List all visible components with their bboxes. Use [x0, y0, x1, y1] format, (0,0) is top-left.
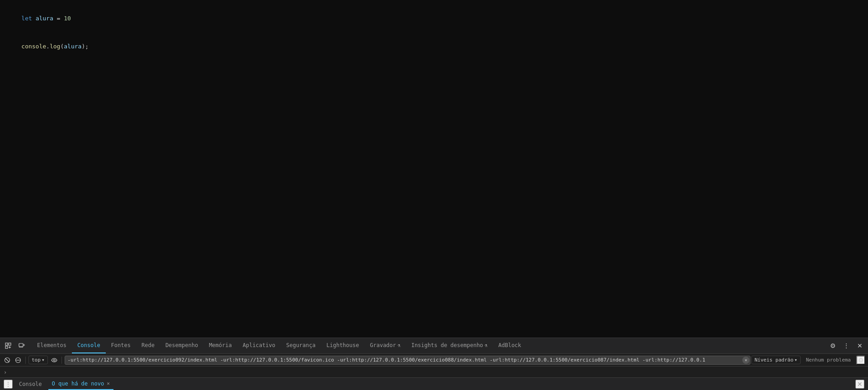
tab-memoria[interactable]: Memória: [203, 338, 237, 353]
context-label: top: [32, 357, 41, 363]
console-settings-icon: ⚙: [858, 357, 864, 364]
tabs-container: Elementos Console Fontes Rede Desempenho…: [32, 338, 527, 353]
filter-clear-button[interactable]: ✕: [742, 357, 750, 364]
svg-line-9: [5, 358, 9, 362]
tab-gravador[interactable]: Gravador ⚗: [364, 338, 406, 353]
tab-fontes[interactable]: Fontes: [106, 338, 136, 353]
tab-desempenho[interactable]: Desempenho: [160, 338, 203, 353]
block-button[interactable]: [14, 356, 23, 365]
tab-aplicativo[interactable]: Aplicativo: [237, 338, 281, 353]
svg-point-12: [53, 359, 55, 361]
close-devtools-button[interactable]: ✕: [854, 339, 866, 352]
levels-chevron-icon: ▾: [794, 357, 797, 363]
code-line-1: let alura = 10: [7, 5, 861, 33]
status-whats-new-tab[interactable]: O que há de novo ✕: [48, 378, 113, 390]
settings-button[interactable]: ⚙: [826, 339, 839, 352]
tab-bar: Elementos Console Fontes Rede Desempenho…: [0, 338, 868, 354]
context-chevron-icon: ▾: [42, 357, 45, 363]
more-icon: ⋮: [843, 342, 849, 349]
clear-console-button[interactable]: [3, 356, 12, 365]
settings-icon: ⚙: [830, 342, 836, 349]
tab-insights-desempenho[interactable]: Insights de desempenho ⚗: [406, 338, 493, 353]
gravador-flask-icon: ⚗: [397, 343, 401, 348]
svg-rect-5: [19, 343, 23, 347]
close-status-icon: ✕: [857, 381, 863, 388]
tab-adblock[interactable]: AdBlock: [493, 338, 527, 353]
code-editor: let alura = 10 console.log(alura);: [0, 0, 868, 338]
levels-selector[interactable]: Níveis padrão ▾: [751, 356, 801, 364]
filter-input[interactable]: [65, 356, 750, 365]
devtools-panel: Elementos Console Fontes Rede Desempenho…: [0, 338, 868, 377]
inspect-button[interactable]: [2, 339, 14, 352]
status-dots-button[interactable]: ⋮: [4, 380, 13, 389]
levels-label: Níveis padrão: [755, 357, 793, 363]
tab-console[interactable]: Console: [72, 338, 106, 353]
code-line-2: console.log(alura);: [7, 33, 861, 61]
whats-new-close-button[interactable]: ✕: [107, 381, 110, 386]
svg-rect-0: [5, 343, 8, 345]
context-selector[interactable]: top ▾: [28, 356, 48, 364]
console-toolbar: top ▾ ✕ Níveis padrão ▾ Nenhum problema …: [0, 354, 868, 367]
svg-rect-1: [5, 346, 8, 348]
console-settings-button[interactable]: ⚙: [856, 356, 865, 365]
close-icon: ✕: [857, 342, 863, 349]
toolbar-separator-2: [61, 357, 62, 364]
tab-elementos[interactable]: Elementos: [32, 338, 72, 353]
device-button[interactable]: [15, 339, 28, 352]
svg-rect-2: [9, 343, 11, 345]
tab-seguranca[interactable]: Segurança: [281, 338, 321, 353]
eye-button[interactable]: [50, 356, 59, 365]
status-console-tab[interactable]: Console: [15, 378, 46, 390]
output-chevron-icon[interactable]: ›: [4, 368, 7, 376]
console-output: ›: [0, 367, 868, 377]
tab-bar-icons: [2, 339, 28, 352]
no-issues-label: Nenhum problema: [802, 357, 854, 363]
more-options-button[interactable]: ⋮: [840, 339, 853, 352]
close-status-bar-button[interactable]: ✕: [855, 380, 864, 389]
insights-flask-icon: ⚗: [485, 343, 488, 348]
tab-rede[interactable]: Rede: [136, 338, 160, 353]
svg-rect-6: [24, 344, 24, 346]
status-bar: ⋮ Console O que há de novo ✕ ✕: [0, 377, 868, 390]
toolbar-separator-1: [25, 357, 26, 364]
tab-right-icons: ⚙ ⋮ ✕: [826, 339, 866, 352]
status-dots-icon: ⋮: [5, 381, 11, 388]
tab-lighthouse[interactable]: Lighthouse: [321, 338, 364, 353]
